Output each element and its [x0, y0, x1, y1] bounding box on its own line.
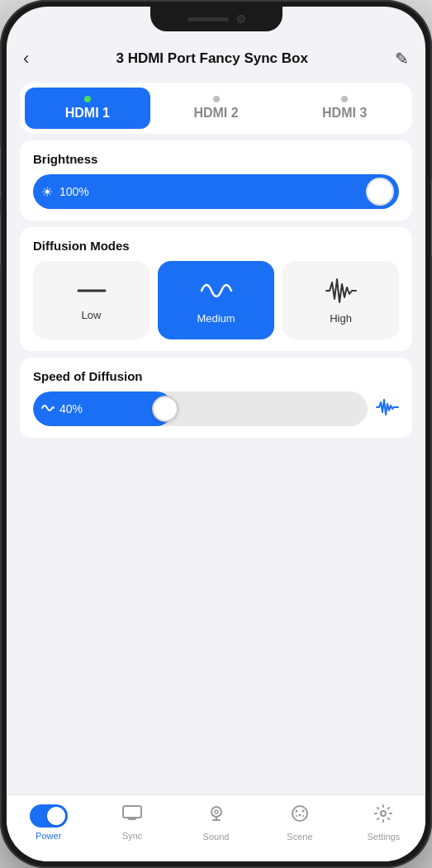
brightness-slider[interactable]: ☀ 100% — [33, 174, 399, 209]
nav-scene-label: Scene — [287, 832, 312, 842]
hdmi2-status-dot — [213, 96, 220, 102]
mode-low[interactable]: Low — [33, 261, 150, 339]
power-toggle-knob — [47, 807, 65, 825]
svg-point-7 — [296, 815, 297, 817]
svg-point-6 — [298, 814, 301, 817]
speed-title: Speed of Diffusion — [33, 369, 399, 383]
settings-icon — [373, 804, 393, 828]
svg-point-3 — [292, 806, 307, 821]
svg-point-5 — [301, 810, 304, 813]
svg-point-4 — [295, 810, 297, 813]
hdmi-tab-bar: HDMI 1 HDMI 2 HDMI 3 — [20, 83, 412, 134]
hdmi2-label: HDMI 2 — [193, 106, 238, 121]
volume-down-button[interactable] — [0, 215, 1, 264]
hdmi3-status-dot — [341, 96, 348, 102]
speed-slider[interactable]: 40% — [33, 391, 368, 426]
mode-high[interactable]: High — [282, 261, 399, 339]
nav-settings[interactable]: Settings — [342, 804, 425, 842]
screen-content: ‹ 3 HDMI Port Fancy Sync Box ✎ HDMI 1 HD… — [7, 7, 425, 861]
mode-medium[interactable]: Medium — [158, 261, 274, 339]
svg-rect-0 — [123, 806, 141, 818]
scene-icon — [290, 804, 310, 828]
hdmi1-label: HDMI 1 — [65, 106, 110, 121]
speed-wave-icon — [376, 398, 399, 420]
nav-sync[interactable]: Sync — [90, 804, 173, 842]
brightness-value: 100% — [59, 185, 366, 198]
speaker-grille — [188, 17, 229, 21]
diffusion-section: Diffusion Modes Low — [20, 227, 412, 351]
speed-fill: 40% — [33, 391, 173, 426]
nav-sync-label: Sync — [122, 831, 142, 841]
page-title: 3 HDMI Port Fancy Sync Box — [116, 50, 307, 67]
diffusion-title: Diffusion Modes — [33, 239, 399, 253]
sync-icon — [121, 804, 143, 828]
brightness-icon: ☀ — [41, 184, 53, 200]
top-bar: ‹ 3 HDMI Port Fancy Sync Box ✎ — [7, 40, 425, 76]
nav-sound[interactable]: Sound — [174, 804, 258, 842]
svg-point-1 — [211, 807, 221, 817]
speed-section: Speed of Diffusion 40% — [20, 358, 412, 438]
svg-point-2 — [215, 810, 218, 813]
nav-power[interactable]: Power — [7, 804, 90, 842]
main-content: HDMI 1 HDMI 2 HDMI 3 Brightness ☀ — [7, 76, 425, 861]
sound-icon — [207, 804, 225, 828]
mode-low-label: Low — [82, 309, 102, 321]
high-wave-icon — [325, 276, 358, 306]
svg-point-8 — [302, 815, 304, 817]
notch — [150, 7, 282, 31]
brightness-thumb[interactable] — [366, 178, 394, 206]
speed-value: 40% — [59, 402, 83, 415]
hdmi-tab-2[interactable]: HDMI 2 — [154, 88, 279, 129]
power-toggle[interactable] — [30, 804, 68, 828]
svg-point-9 — [381, 811, 386, 816]
brightness-section: Brightness ☀ 100% — [20, 140, 412, 221]
volume-up-button[interactable] — [0, 149, 1, 198]
phone-shell: ‹ 3 HDMI Port Fancy Sync Box ✎ HDMI 1 HD… — [0, 0, 432, 868]
phone-screen: ‹ 3 HDMI Port Fancy Sync Box ✎ HDMI 1 HD… — [7, 7, 425, 861]
speed-slider-row: 40% — [33, 391, 399, 426]
brightness-title: Brightness — [33, 152, 399, 166]
medium-wave-icon — [200, 276, 233, 306]
speed-fill-icon — [41, 402, 55, 416]
edit-button[interactable]: ✎ — [395, 49, 409, 69]
nav-settings-label: Settings — [367, 832, 400, 842]
bottom-nav: Power Sync — [7, 794, 425, 861]
speed-thumb[interactable] — [152, 396, 178, 422]
hdmi1-status-dot — [84, 96, 91, 102]
front-camera — [237, 15, 245, 23]
hdmi3-label: HDMI 3 — [322, 106, 367, 121]
mode-high-label: High — [330, 312, 352, 325]
diffusion-mode-row: Low Medium — [33, 261, 399, 339]
nav-power-label: Power — [36, 831, 61, 841]
hdmi-tab-1[interactable]: HDMI 1 — [25, 88, 150, 129]
back-button[interactable]: ‹ — [23, 48, 29, 69]
low-wave-icon — [75, 279, 108, 302]
hdmi-tab-3[interactable]: HDMI 3 — [282, 88, 407, 129]
nav-sound-label: Sound — [203, 832, 230, 842]
nav-scene[interactable]: Scene — [258, 804, 341, 842]
mode-medium-label: Medium — [197, 312, 235, 325]
